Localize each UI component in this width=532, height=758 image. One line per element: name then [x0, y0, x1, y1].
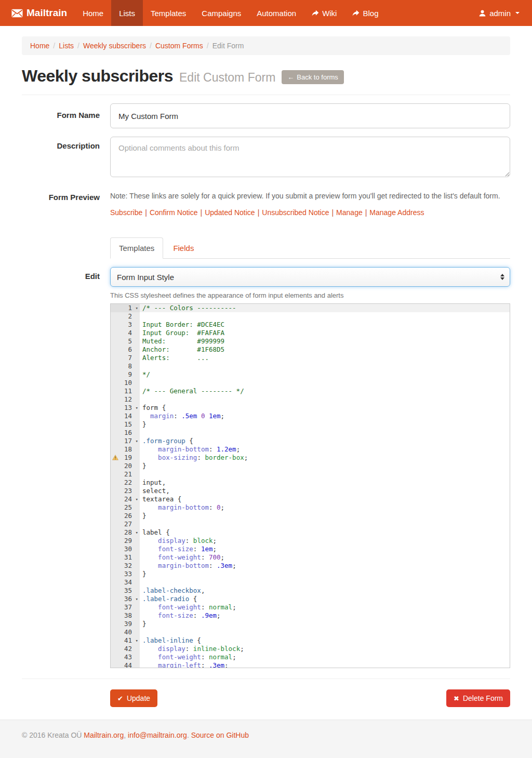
gutter-cell[interactable]: 44	[111, 661, 140, 668]
editor-line: 1▾/* --- Colors ----------	[111, 304, 510, 312]
gutter-cell[interactable]: 10	[111, 379, 140, 387]
gutter-cell[interactable]: 33	[111, 570, 140, 578]
form-name-input[interactable]	[110, 103, 510, 128]
gutter-cell[interactable]: 28▾	[111, 528, 140, 537]
gutter-cell[interactable]: 43	[111, 653, 140, 661]
gutter-cell[interactable]: 15	[111, 420, 140, 429]
editor-line: 2	[111, 312, 510, 321]
tab-fields[interactable]: Fields	[164, 237, 203, 259]
code-line: }	[140, 462, 147, 470]
gutter-cell[interactable]: 18	[111, 445, 140, 454]
gutter-cell[interactable]: 3	[111, 321, 140, 329]
gutter-cell[interactable]: 27	[111, 520, 140, 528]
gutter-cell[interactable]: 22	[111, 478, 140, 487]
nav-item-wiki[interactable]: Wiki	[304, 0, 344, 26]
editor-line: 23select,	[111, 487, 510, 495]
code-line: label {	[140, 528, 170, 537]
nav-item-blog[interactable]: Blog	[344, 0, 386, 26]
gutter-cell[interactable]: 41▾	[111, 636, 140, 645]
footer-link[interactable]: info@mailtrain.org	[128, 731, 187, 739]
nav-item-campaigns[interactable]: Campaigns	[194, 0, 249, 26]
preview-link-subscribe[interactable]: Subscribe	[110, 208, 142, 217]
select-carets-icon	[500, 274, 504, 280]
footer-link[interactable]: Mailtrain.org	[84, 731, 124, 739]
gutter-cell[interactable]: 13▾	[111, 404, 140, 412]
nav-item-templates[interactable]: Templates	[143, 0, 194, 26]
nav-item-automation[interactable]: Automation	[249, 0, 304, 26]
gutter-cell[interactable]: 23	[111, 487, 140, 495]
preview-link-manage[interactable]: Manage	[336, 208, 363, 217]
gutter-cell[interactable]: 36▾	[111, 595, 140, 603]
editor-line: 42 display: inline-block;	[111, 645, 510, 653]
description-textarea[interactable]	[110, 137, 510, 177]
gutter-cell[interactable]: 38	[111, 611, 140, 620]
gutter-cell[interactable]: 2	[111, 312, 140, 321]
gutter-cell[interactable]: 7	[111, 354, 140, 362]
footer-copy: © 2016 Kreata OÜ	[22, 731, 84, 739]
gutter-cell[interactable]: 8	[111, 362, 140, 370]
preview-link-unsubscribed-notice[interactable]: Unsubscribed Notice	[262, 208, 329, 217]
gutter-cell[interactable]: 14	[111, 412, 140, 420]
back-to-forms-button[interactable]: ← Back to forms	[282, 70, 343, 84]
gutter-cell[interactable]: 24▾	[111, 495, 140, 503]
gutter-cell[interactable]: 4	[111, 329, 140, 337]
fold-arrow-icon[interactable]: ▾	[136, 304, 138, 312]
gutter-cell[interactable]: 5	[111, 337, 140, 345]
editor-line: 28▾label {	[111, 528, 510, 537]
delete-form-button[interactable]: ✖ Delete Form	[446, 689, 510, 707]
fold-arrow-icon[interactable]: ▾	[136, 636, 138, 645]
nav-item-home[interactable]: Home	[75, 0, 111, 26]
preview-link-manage-address[interactable]: Manage Address	[369, 208, 424, 217]
gutter-cell[interactable]: 6	[111, 345, 140, 354]
breadcrumb-link[interactable]: Custom Forms	[155, 42, 203, 50]
divider	[22, 95, 510, 95]
gutter-cell[interactable]: 37	[111, 603, 140, 611]
preview-link-confirm-notice[interactable]: Confirm Notice	[150, 208, 198, 217]
editor-line: 25 margin-bottom: 0;	[111, 503, 510, 512]
gutter-cell[interactable]: 1▾	[111, 304, 140, 312]
brand-logo[interactable]: Mailtrain	[11, 0, 75, 26]
gutter-cell[interactable]: 29	[111, 537, 140, 545]
gutter-cell[interactable]: 30	[111, 545, 140, 553]
gutter-cell[interactable]: 39	[111, 620, 140, 628]
fold-arrow-icon[interactable]: ▾	[136, 595, 138, 603]
gutter-cell[interactable]: 16	[111, 429, 140, 437]
breadcrumb-link[interactable]: Home	[30, 42, 49, 50]
code-line: margin: .5em 0 1em;	[140, 412, 224, 420]
nav-item-lists[interactable]: Lists	[111, 0, 143, 26]
gutter-cell[interactable]: 34	[111, 578, 140, 587]
code-line: margin-bottom: .3em;	[140, 562, 236, 570]
gutter-cell[interactable]: 12	[111, 395, 140, 404]
preview-link-updated-notice[interactable]: Updated Notice	[205, 208, 255, 217]
tab-templates[interactable]: Templates	[110, 237, 163, 259]
fold-arrow-icon[interactable]: ▾	[136, 528, 138, 537]
gutter-cell[interactable]: 32	[111, 562, 140, 570]
code-line: margin-bottom: 0;	[140, 503, 224, 512]
nav-item-label: Campaigns	[202, 9, 241, 18]
gutter-cell[interactable]: 9	[111, 370, 140, 379]
breadcrumb-link[interactable]: Weekly subscribers	[83, 42, 146, 50]
user-menu[interactable]: admin	[477, 9, 521, 18]
footer-link[interactable]: Source on GitHub	[191, 731, 249, 739]
gutter-cell[interactable]: 11	[111, 387, 140, 395]
envelope-icon	[11, 9, 23, 18]
update-button[interactable]: ✔ Update	[110, 689, 157, 707]
fold-arrow-icon[interactable]: ▾	[136, 437, 138, 445]
editor-line: 15}	[111, 420, 510, 429]
gutter-cell[interactable]: 17▾	[111, 437, 140, 445]
code-line: input,	[140, 478, 166, 487]
breadcrumb-link[interactable]: Lists	[59, 42, 74, 50]
gutter-cell[interactable]: 31	[111, 553, 140, 562]
gutter-cell[interactable]: 26	[111, 512, 140, 520]
gutter-cell[interactable]: 19	[111, 454, 140, 462]
gutter-cell[interactable]: 25	[111, 503, 140, 512]
fold-arrow-icon[interactable]: ▾	[136, 495, 138, 503]
code-editor[interactable]: 1▾/* --- Colors ----------23Input Border…	[110, 303, 510, 668]
fold-arrow-icon[interactable]: ▾	[136, 404, 138, 412]
gutter-cell[interactable]: 40	[111, 628, 140, 636]
edit-template-select[interactable]: Form Input Style	[110, 267, 510, 287]
gutter-cell[interactable]: 20	[111, 462, 140, 470]
gutter-cell[interactable]: 42	[111, 645, 140, 653]
gutter-cell[interactable]: 35	[111, 587, 140, 595]
gutter-cell[interactable]: 21	[111, 470, 140, 478]
